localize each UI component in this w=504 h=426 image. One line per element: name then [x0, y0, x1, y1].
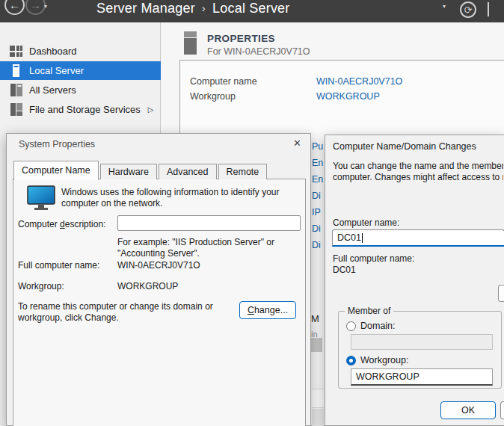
domain-radio[interactable]	[346, 321, 356, 331]
computer-name-tab-page: Windows uses the following information t…	[13, 179, 306, 426]
dialog-title: Computer Name/Domain Changes	[333, 141, 476, 152]
computer-description-label: Computer description:	[18, 219, 105, 230]
sidebar-item-local-server[interactable]: Local Server	[0, 61, 161, 80]
workgroup-label: Workgroup:	[18, 281, 64, 292]
member-of-legend: Member of	[345, 306, 393, 316]
full-computer-name-value: WIN-0AECRJ0V71O	[117, 260, 200, 271]
workgroup-input[interactable]: WORKGROUP	[351, 368, 493, 386]
occluded-value-fragment: En	[312, 158, 324, 169]
workgroup-link[interactable]: WORKGROUP	[316, 91, 380, 102]
tab-computer-name[interactable]: Computer Name	[13, 161, 99, 180]
notifications-flag-icon[interactable]	[488, 2, 489, 16]
sidebar-item-label: File and Storage Services	[29, 104, 141, 115]
properties-heading: PROPERTIES	[207, 33, 275, 44]
all-servers-icon	[10, 84, 23, 96]
cancel-button-fragment[interactable]	[500, 401, 504, 419]
breadcrumb-location[interactable]: Local Server	[212, 1, 289, 16]
occluded-value-fragment: IP	[312, 207, 324, 218]
sidebar-item-file-storage-services[interactable]: File and Storage Services ▷	[0, 100, 161, 119]
sidebar-item-label: Local Server	[29, 65, 84, 76]
refresh-button[interactable]: ⟳	[460, 1, 476, 18]
computer-name-input[interactable]: DC01	[332, 229, 504, 247]
dialog-title: System Properties	[19, 139, 95, 149]
occluded-scrollbar-fragment	[311, 338, 322, 352]
workgroup-value: WORKGROUP	[117, 281, 178, 292]
back-arrow-icon: ←	[9, 0, 20, 10]
dashboard-icon	[10, 45, 23, 58]
tab-hardware[interactable]: Hardware	[100, 164, 157, 179]
forward-arrow-icon: →	[30, 0, 41, 10]
member-of-groupbox: Member of Domain: Workgroup: WORKGROUP	[338, 311, 502, 389]
breadcrumb-separator-icon: ›	[202, 1, 206, 14]
more-button-fragment[interactable]	[498, 285, 504, 302]
system-properties-dialog: System Properties ✕ Computer Name Hardwa…	[6, 133, 311, 426]
sidebar-item-dashboard[interactable]: Dashboard	[0, 42, 161, 61]
sidebar-item-label: Dashboard	[29, 46, 77, 57]
full-computer-name-value: DC01	[333, 265, 356, 276]
domain-input	[351, 334, 493, 350]
tab-remote[interactable]: Remote	[218, 164, 268, 179]
close-icon[interactable]: ✕	[293, 138, 301, 149]
breadcrumb: Server Manager›Local Server	[96, 1, 290, 16]
refresh-icon: ⟳	[464, 4, 473, 16]
expand-chevron-icon[interactable]: ▷	[148, 105, 154, 114]
local-server-icon	[10, 64, 23, 77]
text-caret	[362, 233, 363, 243]
computer-name-label: Computer name:	[333, 217, 399, 229]
breadcrumb-app[interactable]: Server Manager	[96, 1, 195, 16]
domain-radio-label[interactable]: Domain:	[360, 321, 396, 331]
file-storage-icon	[10, 103, 23, 116]
full-computer-name-label: Full computer name:	[333, 253, 414, 265]
occluded-value-fragment: Pu	[312, 141, 324, 152]
server-manager-window: ← → ▾ Server Manager›Local Server ▾ ⟳ Da…	[0, 0, 504, 426]
sidebar-item-label: All Servers	[29, 84, 76, 96]
network-info-text: Windows uses the following information t…	[61, 187, 304, 209]
rename-hint-text: To rename this computer or change its do…	[18, 301, 236, 324]
back-button[interactable]: ←	[4, 0, 25, 15]
tab-strip: Computer Name Hardware Advanced Remote	[13, 158, 268, 179]
occluded-text-fragment: M	[311, 313, 323, 324]
domain-changes-dialog: Computer Name/Domain Changes You can cha…	[325, 135, 504, 426]
properties-server-icon	[184, 31, 197, 55]
change-button[interactable]: Change...	[239, 301, 296, 319]
description-example-text: For example: "IIS Production Server" or …	[117, 237, 298, 259]
command-bar: ← → ▾ Server Manager›Local Server ▾ ⟳	[0, 0, 504, 22]
manage-dropdown-icon[interactable]: ▾	[443, 3, 446, 10]
workgroup-radio-label[interactable]: Workgroup:	[360, 355, 408, 365]
occluded-row-fragment	[312, 389, 324, 408]
computer-description-input[interactable]	[117, 215, 301, 231]
computer-name-link[interactable]: WIN-0AECRJ0V71O	[316, 76, 402, 87]
property-label: Workgroup	[190, 91, 236, 102]
full-computer-name-label: Full computer name:	[18, 260, 99, 271]
sidebar-item-all-servers[interactable]: All Servers	[0, 81, 161, 99]
tab-advanced[interactable]: Advanced	[159, 164, 217, 179]
computer-monitor-icon	[27, 185, 55, 211]
occluded-value-fragment: Di	[312, 191, 324, 202]
forward-button[interactable]: →	[25, 0, 46, 15]
occluded-row-fragment	[312, 409, 324, 426]
nav-dropdown-icon[interactable]: ▾	[44, 3, 47, 10]
workgroup-radio[interactable]	[346, 356, 356, 365]
occluded-value-fragment: En	[312, 174, 324, 185]
occluded-value-fragment: Di	[312, 240, 324, 251]
dialog-intro-line1: You can change the name and the membersh…	[333, 161, 503, 172]
occluded-value-fragment: Di	[312, 223, 324, 235]
ok-button[interactable]: OK	[440, 401, 496, 419]
properties-subtitle: For WIN-0AECRJ0V71O	[207, 46, 310, 57]
dialog-intro-line2: computer. Changes might affect access to…	[333, 172, 503, 183]
property-label: Computer name	[190, 76, 257, 87]
